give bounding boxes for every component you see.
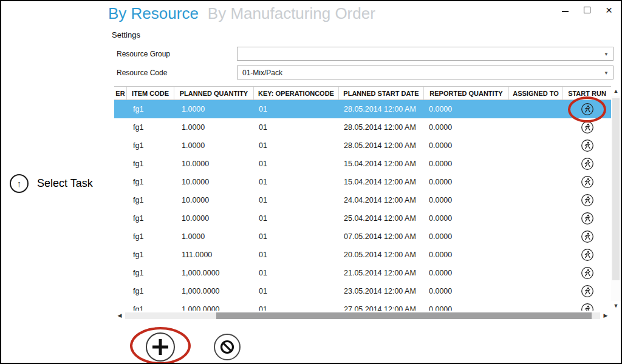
cell-reported-quantity: 0.0000 — [424, 136, 509, 155]
cell-planned-start-date: 28.05.2014 12:00 AM — [339, 136, 424, 155]
cell-planned-quantity: 1,000.0000 — [174, 264, 254, 282]
horizontal-scroll-thumb[interactable] — [216, 312, 592, 319]
cell-operation-code: 01 — [254, 136, 339, 155]
horizontal-scroll-track[interactable] — [125, 312, 600, 319]
cell-operation-code: 01 — [254, 300, 339, 311]
start-run-button[interactable] — [581, 194, 594, 207]
start-run-button[interactable] — [581, 121, 594, 134]
resource-code-label: Resource Code — [117, 69, 167, 77]
cancel-button[interactable] — [214, 334, 241, 360]
app-window: By Resource By Manufacturing Order × Set… — [0, 0, 622, 364]
cell-assigned-to — [509, 246, 563, 264]
cell-order — [114, 300, 127, 311]
start-run-button[interactable] — [581, 248, 594, 261]
cell-order — [114, 118, 127, 136]
cell-reported-quantity: 0.0000 — [424, 246, 509, 264]
cell-planned-start-date: 15.04.2014 12:00 AM — [339, 173, 424, 191]
up-arrow-circle-icon: ↑ — [10, 174, 29, 193]
start-run-button[interactable] — [581, 212, 594, 225]
cell-item-code: fg1 — [127, 282, 174, 300]
cell-planned-start-date: 25.04.2014 12:00 AM — [339, 209, 424, 228]
cell-planned-quantity: 10.0000 — [174, 173, 254, 191]
cell-assigned-to — [509, 155, 563, 173]
scroll-right-button[interactable]: ▶ — [600, 312, 611, 318]
cell-start-run — [563, 228, 611, 246]
table-row[interactable]: fg1 111.0000 01 20.05.2014 12:00 AM 0.00… — [114, 246, 611, 264]
column-header-order[interactable]: ER — [114, 87, 127, 99]
running-person-icon — [581, 212, 594, 225]
cell-order — [114, 209, 127, 228]
resource-code-combobox[interactable]: 01-Mix/Pack ▼ — [237, 66, 613, 79]
column-header-reported-quantity[interactable]: REPORTED QUANTITY — [424, 87, 509, 99]
table-row[interactable]: fg1 1.0000 01 28.05.2014 12:00 AM 0.0000 — [114, 118, 611, 136]
cell-planned-start-date: 21.05.2014 12:00 AM — [339, 264, 424, 282]
vertical-scrollbar[interactable]: ▲ ▼ — [611, 86, 621, 311]
column-header-assigned-to[interactable]: ASSIGNED TO — [509, 87, 563, 99]
horizontal-scrollbar[interactable]: ◀ ▶ — [114, 311, 611, 320]
cell-item-code: fg1 — [127, 191, 174, 209]
table-row[interactable]: fg1 10.0000 01 24.04.2014 12:00 AM 0.000… — [114, 191, 611, 209]
cell-assigned-to — [509, 209, 563, 228]
start-run-button[interactable] — [581, 230, 594, 243]
start-run-button[interactable] — [581, 303, 594, 311]
column-header-item-code[interactable]: ITEM CODE — [127, 87, 174, 99]
column-header-planned-quantity[interactable]: PLANNED QUANTITY — [174, 87, 254, 99]
table-row[interactable]: fg1 10.0000 01 15.04.2014 12:00 AM 0.000… — [114, 173, 611, 191]
column-header-start-run[interactable]: START RUN — [563, 87, 611, 99]
start-run-button[interactable] — [581, 139, 594, 152]
running-person-icon — [581, 121, 594, 134]
cell-assigned-to — [509, 191, 563, 209]
cell-item-code: fg1 — [127, 300, 174, 311]
cell-planned-start-date: 07.05.2014 12:00 AM — [339, 228, 424, 246]
scroll-down-button[interactable]: ▼ — [613, 301, 619, 311]
running-person-icon — [581, 175, 594, 189]
start-run-button[interactable] — [581, 103, 594, 116]
scroll-up-button[interactable]: ▲ — [613, 86, 619, 96]
scroll-left-button[interactable]: ◀ — [114, 312, 125, 318]
running-person-icon — [581, 230, 594, 243]
table-row[interactable]: fg1 1,000.0000 01 21.05.2014 12:00 AM 0.… — [114, 264, 611, 282]
column-header-planned-start-date[interactable]: PLANNED START DATE — [339, 87, 424, 99]
cell-reported-quantity: 0.0000 — [424, 173, 509, 191]
vertical-scroll-track[interactable] — [611, 96, 621, 301]
table-row[interactable]: fg1 1.0000 01 28.05.2014 12:00 AM 0.0000 — [114, 136, 611, 155]
column-header-operation-code[interactable]: KEY: OPERATIONCODE — [254, 87, 339, 99]
resource-group-combobox[interactable]: ▼ — [237, 47, 613, 61]
table-row[interactable]: fg1 10.0000 01 25.04.2014 12:00 AM 0.000… — [114, 209, 611, 228]
vertical-scroll-thumb[interactable] — [612, 98, 620, 280]
maximize-icon — [584, 7, 590, 13]
table-row[interactable]: fg1 1.0000 01 28.05.2014 12:00 AM 0.0000 — [114, 100, 611, 118]
start-run-button[interactable] — [581, 266, 594, 280]
select-task-button[interactable]: ↑ Select Task — [10, 174, 93, 193]
start-run-button[interactable] — [581, 175, 594, 189]
table-row[interactable]: fg1 1,000.0000 01 23.05.2014 12:00 AM 0.… — [114, 282, 611, 300]
maximize-button[interactable] — [583, 5, 592, 15]
table-row[interactable]: fg1 10.0000 01 15.04.2014 12:00 AM 0.000… — [114, 155, 611, 173]
cell-planned-start-date: 28.05.2014 12:00 AM — [339, 100, 424, 118]
cell-planned-quantity: 10.0000 — [174, 191, 254, 209]
running-person-icon — [581, 303, 594, 311]
cell-order — [114, 282, 127, 300]
table-row[interactable]: fg1 1.0000 01 07.05.2014 12:00 AM 0.0000 — [114, 228, 611, 246]
start-run-button[interactable] — [581, 157, 594, 170]
resource-code-value: 01-Mix/Pack — [242, 69, 282, 77]
task-table: ER ITEM CODE PLANNED QUANTITY KEY: OPERA… — [114, 86, 611, 311]
cell-planned-start-date: 24.04.2014 12:00 AM — [339, 191, 424, 209]
table-row[interactable]: fg1 1,000.0000 01 27.05.2014 12:00 AM 0.… — [114, 300, 611, 311]
cell-planned-quantity: 10.0000 — [174, 209, 254, 228]
cell-planned-quantity: 111.0000 — [174, 246, 254, 264]
tab-by-resource[interactable]: By Resource — [108, 2, 199, 24]
running-person-icon — [581, 103, 594, 116]
cell-planned-quantity: 1,000.0000 — [174, 300, 254, 311]
minimize-icon — [562, 11, 569, 12]
table-header-row: ER ITEM CODE PLANNED QUANTITY KEY: OPERA… — [114, 86, 611, 100]
dropdown-arrow-icon: ▼ — [604, 51, 609, 56]
add-task-button[interactable] — [146, 332, 175, 362]
cell-item-code: fg1 — [127, 209, 174, 228]
close-button[interactable]: × — [604, 5, 613, 15]
cell-order — [114, 136, 127, 155]
cell-planned-quantity: 1.0000 — [174, 118, 254, 136]
minimize-button[interactable] — [561, 5, 570, 15]
start-run-button[interactable] — [581, 285, 594, 298]
tab-by-manufacturing-order[interactable]: By Manufacturing Order — [208, 2, 375, 24]
